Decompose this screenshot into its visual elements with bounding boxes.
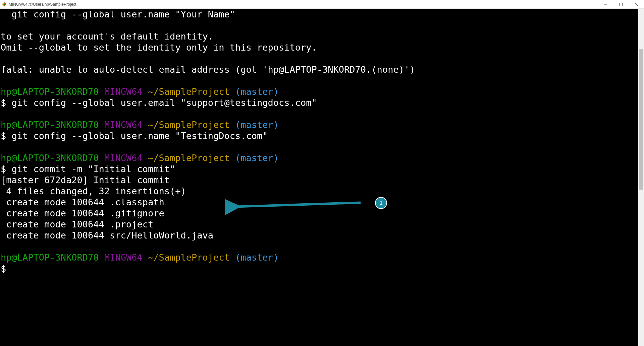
window-controls bbox=[598, 0, 644, 8]
svg-rect-5 bbox=[620, 3, 623, 6]
app-icon bbox=[2, 2, 7, 7]
minimize-button[interactable] bbox=[598, 0, 613, 8]
vertical-scrollbar[interactable] bbox=[638, 9, 644, 346]
close-button[interactable] bbox=[629, 0, 644, 8]
terminal-area: git config --global user.name "Your Name… bbox=[0, 9, 644, 346]
window-titlebar: MINGW64:/c/Users/hp/SampleProject bbox=[0, 0, 644, 9]
maximize-button[interactable] bbox=[613, 0, 629, 8]
terminal-output[interactable]: git config --global user.name "Your Name… bbox=[0, 9, 638, 346]
window-title-text: MINGW64:/c/Users/hp/SampleProject bbox=[9, 2, 76, 7]
titlebar-left: MINGW64:/c/Users/hp/SampleProject bbox=[2, 2, 76, 7]
scroll-thumb[interactable] bbox=[639, 49, 643, 190]
